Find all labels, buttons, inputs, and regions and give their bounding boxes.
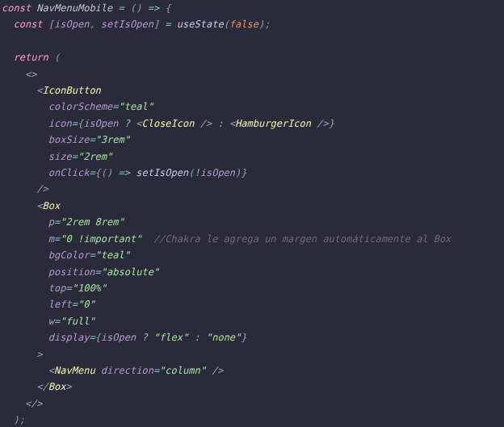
tok-op: = bbox=[72, 151, 78, 162]
tok-brak: } bbox=[241, 167, 246, 178]
tok-brak: > bbox=[31, 69, 36, 80]
code-line: top="100%" bbox=[2, 280, 499, 296]
tok-attr: icon bbox=[48, 118, 72, 129]
tok-op: = bbox=[89, 249, 94, 261]
tok-pn bbox=[2, 134, 48, 145]
tok-attr: position bbox=[48, 266, 95, 278]
code-line: size="2rem" bbox=[2, 149, 499, 165]
tok-str: "none" bbox=[206, 332, 241, 343]
tok-pn bbox=[2, 216, 48, 228]
tok-str: "2rem" bbox=[78, 151, 112, 162]
code-line: ); bbox=[2, 412, 499, 427]
tok-pn bbox=[95, 365, 101, 376]
tok-brak: ( bbox=[54, 52, 60, 63]
tok-jsx: NavMenu bbox=[54, 365, 95, 376]
tok-pn bbox=[2, 183, 36, 195]
tok-pn bbox=[224, 118, 229, 129]
tok-pn bbox=[2, 52, 13, 63]
code-line: /> bbox=[2, 181, 499, 197]
tok-brak: () bbox=[130, 2, 141, 14]
tok-brak: [ bbox=[48, 19, 54, 30]
tok-op: = bbox=[72, 299, 78, 310]
tok-pn bbox=[2, 316, 48, 327]
tok-brak: { bbox=[165, 2, 170, 14]
tok-pn: ; bbox=[264, 19, 270, 30]
tok-op: = bbox=[65, 283, 71, 294]
tok-str: "absolute" bbox=[101, 266, 159, 278]
tok-attr: boxSize bbox=[48, 134, 90, 145]
tok-op: = bbox=[119, 2, 124, 14]
tok-pn bbox=[195, 118, 200, 129]
tok-pn bbox=[43, 19, 48, 30]
tok-brak: ) bbox=[13, 414, 19, 425]
tok-attr: display bbox=[48, 332, 90, 343]
tok-pn bbox=[2, 101, 48, 112]
tok-op: ? bbox=[141, 332, 147, 343]
tok-pn bbox=[200, 332, 206, 343]
tok-jsx: IconButton bbox=[43, 85, 101, 96]
code-line bbox=[2, 33, 499, 49]
code-line: <IconButton bbox=[2, 82, 499, 98]
tok-idb: isOpen bbox=[54, 19, 89, 30]
tok-pn bbox=[2, 151, 48, 162]
tok-pn bbox=[188, 332, 194, 343]
tok-pn bbox=[2, 167, 48, 178]
code-line: w="full" bbox=[2, 313, 499, 329]
tok-brak: ( bbox=[224, 19, 229, 30]
tok-id: NavMenuMobile bbox=[36, 2, 112, 14]
tok-pn bbox=[124, 2, 130, 14]
tok-brak: < bbox=[36, 85, 42, 96]
tok-str: "teal" bbox=[95, 249, 130, 261]
tok-pn bbox=[171, 19, 177, 30]
tok-op: = bbox=[89, 167, 94, 178]
tok-str: "100%" bbox=[72, 283, 107, 294]
code-line: > bbox=[2, 346, 499, 362]
code-line: m="0 !important" //Chakra le agrega un m… bbox=[2, 231, 499, 247]
code-line: bgColor="teal" bbox=[2, 247, 499, 263]
tok-op: ? bbox=[124, 118, 130, 129]
tok-jsx: CloseIcon bbox=[141, 118, 194, 129]
tok-pn bbox=[2, 414, 13, 425]
code-line: <NavMenu direction="column" /> bbox=[2, 362, 499, 379]
tok-pn bbox=[2, 398, 25, 409]
tok-brak: /> bbox=[200, 118, 212, 129]
tok-pn bbox=[2, 349, 36, 360]
tok-pn bbox=[2, 266, 48, 278]
tok-pn bbox=[2, 249, 48, 261]
code-line: <> bbox=[2, 66, 499, 82]
tok-pn bbox=[141, 233, 153, 245]
tok-brak: </ bbox=[36, 381, 48, 392]
tok-pn bbox=[148, 332, 153, 343]
code-line: colorScheme="teal" bbox=[2, 98, 499, 115]
tok-idb: isOpen bbox=[101, 332, 136, 343]
tok-pn: ; bbox=[19, 414, 25, 425]
tok-brak: () bbox=[101, 167, 112, 178]
tok-fn: useState bbox=[177, 19, 224, 30]
code-line: display={isOpen ? "flex" : "none"} bbox=[2, 329, 499, 345]
code-line: onClick={() => setIsOpen(!isOpen)} bbox=[2, 165, 499, 181]
tok-pn bbox=[112, 2, 118, 14]
tok-str: "2rem 8rem" bbox=[60, 216, 124, 228]
tok-op: ! bbox=[194, 167, 200, 178]
tok-brak: /> bbox=[317, 118, 328, 129]
tok-pn bbox=[2, 118, 48, 129]
tok-idb: isOpen bbox=[200, 167, 235, 178]
tok-brak: > bbox=[36, 398, 42, 409]
tok-op: : bbox=[217, 118, 223, 129]
tok-brak: /> bbox=[212, 365, 223, 376]
tok-pn bbox=[48, 52, 54, 63]
code-line: p="2rem 8rem" bbox=[2, 214, 499, 230]
tok-bool: false bbox=[229, 19, 258, 30]
tok-pn bbox=[2, 299, 48, 310]
tok-str: "0" bbox=[78, 299, 95, 310]
tok-brak: > bbox=[36, 349, 42, 360]
tok-attr: onClick bbox=[48, 167, 90, 178]
code-line: const [isOpen, setIsOpen] = useState(fal… bbox=[2, 16, 499, 32]
tok-op: : bbox=[195, 332, 200, 343]
tok-cmt: // bbox=[153, 233, 165, 245]
code-line: </> bbox=[2, 396, 499, 412]
tok-pn bbox=[2, 69, 25, 80]
tok-str: "0 !important" bbox=[60, 233, 141, 245]
code-line: left="0" bbox=[2, 296, 499, 312]
tok-kw: const bbox=[13, 19, 42, 30]
